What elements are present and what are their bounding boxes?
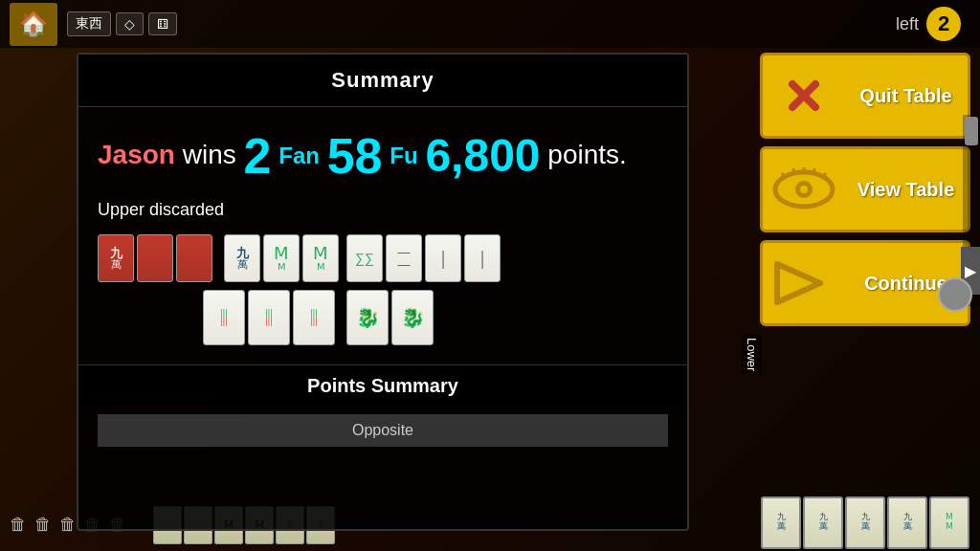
view-label: View Table [844,179,968,201]
scroll-thumb[interactable] [965,117,978,145]
br-tile-5: ⅯⅯ [929,496,969,549]
summary-title: Summary [78,55,687,107]
points-summary-title: Points Summary [78,364,687,407]
player-name: Jason [98,140,175,169]
nav-icons: 東西 ◇ ⚅ [67,11,177,36]
home-button[interactable]: 🏠 [10,3,57,46]
dragon-tile-3: ||| ||| [293,290,335,345]
continue-button[interactable]: Continue [760,240,970,326]
svg-marker-8 [777,264,820,302]
tile-1: 九 萬 [98,234,134,282]
eye-container [770,165,837,213]
arrow-icon-area [763,243,844,323]
br-tile-3: 九萬 [845,496,885,549]
lower-label: Lower [742,335,762,374]
tile-2 [137,234,173,282]
east-west-icon[interactable]: 東西 [67,11,111,36]
fan-label: Fan [278,143,320,168]
tile-row-2: ||| ||| ||| ||| ||| ||| 🐉 [98,290,668,345]
dragon-tile-5: 🐉 [391,290,434,345]
wins-label: wins [183,140,244,169]
tile-6: Ⅿ Ⅿ [302,234,339,282]
tile-7: ∑∑ [346,234,383,282]
dragon-tile-4: 🐉 [346,290,389,345]
points-label: points. [547,140,627,169]
home-icon: 🏠 [19,11,48,37]
tile-row-1: 九 萬 九 萬 Ⅿ Ⅿ [98,234,668,282]
summary-panel: Summary Jason wins 2 Fan 58 Fu 6,800 poi… [77,53,689,531]
svg-line-4 [793,168,794,173]
dragon-tile-2: ||| ||| [248,290,290,345]
opposite-bar: Opposite [98,414,668,447]
arrow-icon [772,254,835,312]
br-tile-2: 九萬 [803,496,843,549]
tile-3 [176,234,212,282]
left-count: 2 [926,7,961,41]
svg-line-6 [813,168,814,173]
tiles-area: 九 萬 九 萬 Ⅿ Ⅿ [78,230,687,350]
trash-icon-1[interactable]: 🗑 [10,515,27,535]
x-icon [775,67,833,124]
tile-8: — — [386,234,422,282]
eye-icon [770,165,837,213]
view-table-button[interactable]: View Table [760,146,970,232]
top-navigation: 🏠 東西 ◇ ⚅ left 2 [0,0,980,48]
trash-icon-2[interactable]: 🗑 [34,515,52,535]
bottom-right-tiles: 九萬 九萬 九萬 九萬 ⅯⅯ [760,494,980,551]
br-tile-1: 九萬 [761,496,801,549]
tile-4: 九 萬 [224,234,260,282]
discard-text: Upper discarded [78,195,687,230]
svg-point-2 [800,186,808,193]
trash-icon-3[interactable]: 🗑 [59,515,77,535]
tile-5: Ⅿ Ⅿ [263,234,300,282]
quit-label: Quit Table [844,85,968,107]
left-label: left [896,14,919,34]
tile-10: | [464,234,501,282]
eye-icon-area [763,149,844,230]
fu-label: Fu [390,143,417,168]
right-panel: Quit Table View Table [760,53,970,326]
win-announcement: Jason wins 2 Fan 58 Fu 6,800 points. [78,107,687,195]
tile-9: | [425,234,461,282]
dragon-tile-1: ||| ||| [203,290,245,345]
points-count: 6,800 [425,130,540,181]
diamond-icon[interactable]: ◇ [116,12,144,35]
quit-icon-area [763,55,844,136]
fu-count: 58 [327,128,383,184]
br-tile-4: 九萬 [887,496,927,549]
fan-count: 2 [244,128,272,184]
five-dots-icon[interactable]: ⚅ [148,12,177,35]
circle-button[interactable] [938,277,972,312]
quit-table-button[interactable]: Quit Table [760,53,970,139]
